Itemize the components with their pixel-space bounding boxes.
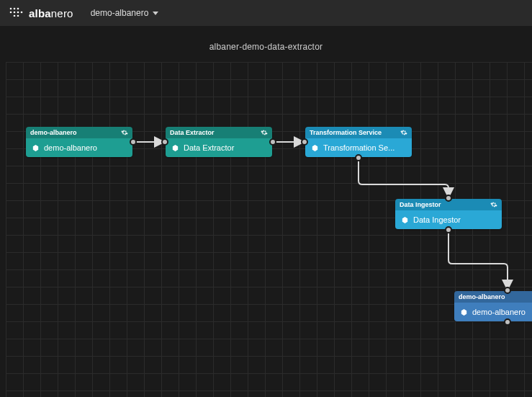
brand-text: albanero xyxy=(29,7,73,19)
logo-dots-icon xyxy=(9,6,24,19)
port-out[interactable] xyxy=(355,154,362,161)
gear-icon[interactable] xyxy=(490,201,497,208)
flow-canvas[interactable]: demo-albanero demo-albanero Data Extract… xyxy=(6,62,532,397)
hexagon-icon xyxy=(401,216,409,224)
node-data-extractor[interactable]: Data Extractor Data Extractor xyxy=(166,127,272,157)
node-body-label: demo-albanero xyxy=(44,143,97,152)
port-in[interactable] xyxy=(445,195,452,202)
canvas-area: albaner-demo-data-extractor demo-albaner… xyxy=(0,26,532,397)
brand-logo: albanero xyxy=(9,6,73,19)
port-out[interactable] xyxy=(504,318,511,326)
node-body-label: Data Extractor xyxy=(184,143,234,152)
node-demo-albanero-source[interactable]: demo-albanero demo-albanero xyxy=(26,127,132,157)
svg-point-6 xyxy=(21,12,23,14)
gear-icon[interactable] xyxy=(121,129,128,136)
svg-point-0 xyxy=(10,8,12,10)
svg-point-8 xyxy=(17,15,19,17)
svg-point-2 xyxy=(17,8,19,10)
node-header-label: Transformation Service xyxy=(310,129,382,136)
port-out[interactable] xyxy=(130,138,137,146)
node-body-label: demo-albanero xyxy=(472,308,526,316)
node-transformation-service[interactable]: Transformation Service Transformation Se… xyxy=(305,127,412,157)
port-out[interactable] xyxy=(445,226,452,233)
caret-down-icon xyxy=(153,12,158,15)
svg-point-7 xyxy=(14,15,16,17)
node-body-label: Data Ingestor xyxy=(413,215,461,224)
hexagon-icon xyxy=(32,144,40,152)
svg-point-4 xyxy=(14,12,16,14)
port-in[interactable] xyxy=(301,138,308,146)
gear-icon[interactable] xyxy=(400,129,407,136)
port-out[interactable] xyxy=(269,138,276,146)
flow-title: albaner-demo-data-extractor xyxy=(0,42,532,52)
node-header-label: demo-albanero xyxy=(459,293,505,300)
hexagon-icon xyxy=(171,144,179,152)
gear-icon[interactable] xyxy=(261,129,268,136)
connectors-layer xyxy=(6,62,532,397)
hexagon-icon xyxy=(460,308,468,316)
svg-point-1 xyxy=(14,8,16,10)
port-in[interactable] xyxy=(504,287,511,294)
node-header-label: demo-albanero xyxy=(30,129,77,136)
node-header-label: Data Ingestor xyxy=(400,201,441,208)
svg-point-3 xyxy=(10,12,12,14)
hexagon-icon xyxy=(311,144,319,152)
node-data-ingestor[interactable]: Data Ingestor Data Ingestor xyxy=(395,199,502,229)
workspace-selected-label: demo-albanero xyxy=(91,8,149,18)
workspace-selector[interactable]: demo-albanero xyxy=(91,8,159,18)
node-demo-albanero-dest[interactable]: demo-albanero demo-albanero xyxy=(454,291,532,321)
svg-point-5 xyxy=(17,12,19,14)
node-body-label: Transformation Se... xyxy=(323,143,395,152)
port-in[interactable] xyxy=(161,138,168,146)
app-header: albanero demo-albanero xyxy=(0,0,532,26)
node-header-label: Data Extractor xyxy=(170,129,215,136)
